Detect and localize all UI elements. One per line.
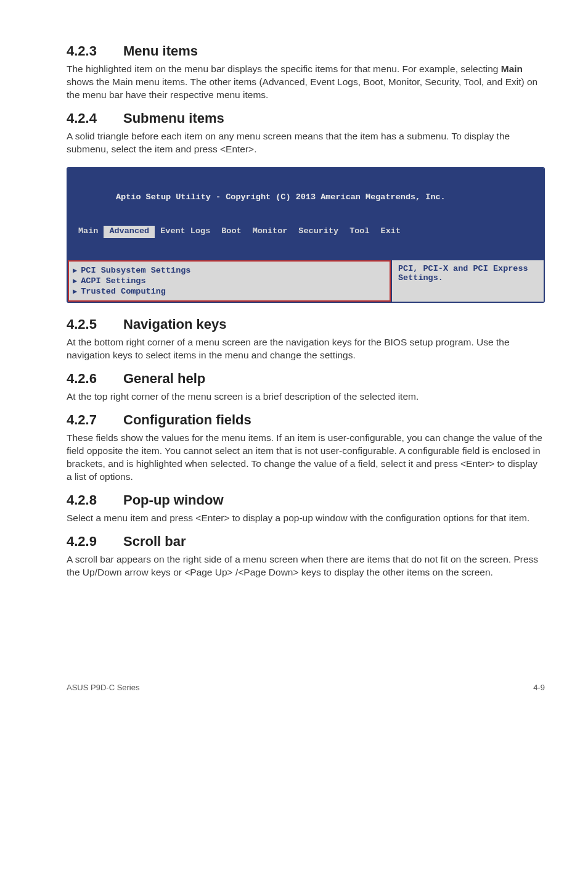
section-number: 4.2.9	[67, 534, 123, 550]
section-title: General help	[123, 371, 205, 386]
bios-tab-boot[interactable]: Boot	[216, 226, 247, 238]
submenu-triangle-icon: ▶	[73, 287, 77, 296]
section-body: Select a menu item and press <Enter> to …	[67, 512, 545, 525]
section-number: 4.2.7	[67, 412, 123, 428]
section-number: 4.2.3	[67, 43, 123, 59]
section-heading: 4.2.6General help	[67, 371, 545, 387]
section-heading: 4.2.9Scroll bar	[67, 534, 545, 550]
section-title: Menu items	[123, 43, 198, 59]
bios-menu-item[interactable]: ▶ Trusted Computing	[73, 286, 382, 297]
section-heading: 4.2.8Pop-up window	[67, 492, 545, 508]
section-number: 4.2.4	[67, 110, 123, 126]
bios-title: Aptio Setup Utility - Copyright (C) 2013…	[73, 192, 539, 203]
section-body: A scroll bar appears on the right side o…	[67, 553, 545, 579]
section-number: 4.2.8	[67, 492, 123, 508]
bios-menu-item[interactable]: ▶ ACPI Settings	[73, 276, 382, 286]
section-number: 4.2.6	[67, 371, 123, 387]
submenu-triangle-icon: ▶	[73, 266, 77, 275]
bios-tab-security[interactable]: Security	[293, 226, 344, 238]
bios-menu-panel: ▶ PCI Subsystem Settings ▶ ACPI Settings…	[68, 260, 391, 302]
bios-help-panel: PCI, PCI-X and PCI Express Settings.	[391, 260, 544, 302]
bios-tab-main[interactable]: Main	[73, 226, 104, 238]
section-heading: 4.2.4Submenu items	[67, 110, 545, 126]
bios-header: Aptio Setup Utility - Copyright (C) 2013…	[68, 168, 544, 261]
section-body: A solid triangle before each item on any…	[67, 130, 545, 156]
section-number: 4.2.5	[67, 316, 123, 332]
section-heading: 4.2.5Navigation keys	[67, 316, 545, 332]
bios-menu-item[interactable]: ▶ PCI Subsystem Settings	[73, 265, 382, 276]
section-title: Navigation keys	[123, 316, 227, 332]
bios-tab-tool[interactable]: Tool	[344, 226, 375, 238]
footer-left: ASUS P9D-C Series	[67, 683, 139, 692]
section-title: Configuration fields	[123, 412, 251, 427]
section-body: At the top right corner of the menu scre…	[67, 390, 545, 403]
bios-menu-item-label: PCI Subsystem Settings	[81, 266, 190, 275]
bios-tab-exit[interactable]: Exit	[375, 226, 406, 238]
bios-menu-item-label: ACPI Settings	[81, 276, 145, 286]
section-title: Submenu items	[123, 110, 224, 126]
bios-menu-item-label: Trusted Computing	[81, 287, 166, 296]
submenu-triangle-icon: ▶	[73, 276, 77, 286]
bios-tab-advanced[interactable]: Advanced	[104, 226, 155, 238]
section-body: At the bottom right corner of a menu scr…	[67, 336, 545, 362]
section-heading: 4.2.7Configuration fields	[67, 412, 545, 428]
section-title: Scroll bar	[123, 534, 186, 549]
bios-tab-eventlogs[interactable]: Event Logs	[155, 226, 216, 238]
section-body: The highlighted item on the menu bar dis…	[67, 63, 545, 102]
footer-right: 4-9	[533, 683, 545, 692]
bios-tab-monitor[interactable]: Monitor	[247, 226, 293, 238]
bios-screenshot: Aptio Setup Utility - Copyright (C) 2013…	[67, 167, 545, 303]
section-body: These fields show the values for the men…	[67, 432, 545, 484]
page-footer: ASUS P9D-C Series 4-9	[67, 678, 545, 692]
section-heading: 4.2.3Menu items	[67, 43, 545, 59]
section-title: Pop-up window	[123, 492, 224, 508]
bios-tab-bar: Main Advanced Event Logs Boot Monitor Se…	[73, 226, 539, 238]
